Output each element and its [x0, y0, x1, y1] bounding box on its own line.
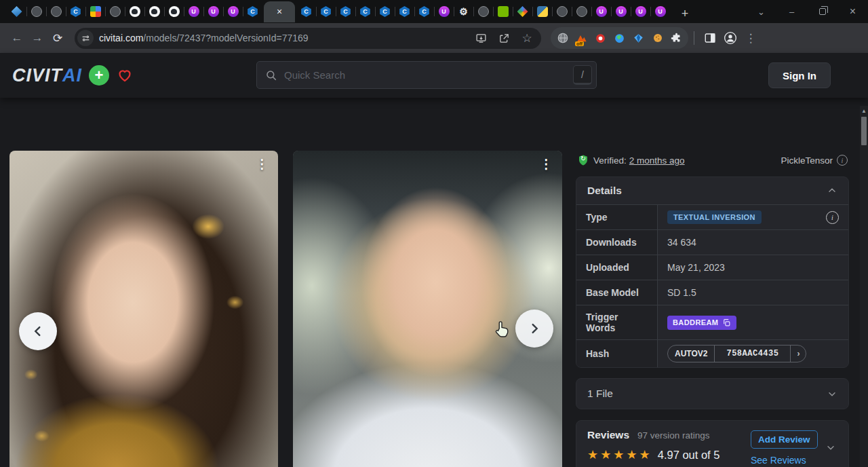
tab-ultra[interactable]: U — [203, 0, 223, 23]
tab-globe[interactable] — [26, 0, 46, 23]
site-info-icon[interactable] — [77, 30, 94, 46]
url-text[interactable]: civitai.com/models/72437?modelVersionId=… — [99, 33, 471, 43]
tab-diamond[interactable] — [513, 0, 532, 23]
tab-ultra[interactable]: U — [631, 0, 650, 23]
close-window-button[interactable]: × — [837, 0, 868, 23]
tab-ultra[interactable]: U — [223, 0, 243, 23]
extensions-puzzle-icon[interactable] — [670, 32, 683, 45]
verified-time-link[interactable]: 2 months ago — [629, 155, 685, 166]
current-image[interactable] — [293, 151, 562, 467]
model-sidebar: ↻ Verified: 2 months ago PickleTensor i … — [576, 151, 849, 467]
support-heart-icon[interactable] — [116, 67, 134, 83]
reload-button[interactable]: ⟳ — [47, 28, 68, 48]
minimize-button[interactable]: – — [776, 0, 807, 23]
tab-github[interactable] — [144, 0, 164, 23]
search-input[interactable] — [284, 69, 573, 81]
tab-civitai[interactable]: C — [395, 0, 414, 23]
window-menu-chevron-icon[interactable]: ⌄ — [746, 0, 776, 23]
browser-menu-kebab-icon[interactable]: ⋮ — [741, 28, 761, 48]
create-plus-button[interactable]: + — [89, 65, 109, 86]
tab-civitai[interactable]: C — [355, 0, 375, 23]
globe-extension-icon[interactable] — [556, 32, 569, 45]
carousel-next-button[interactable] — [515, 310, 553, 348]
see-reviews-link[interactable]: See Reviews — [751, 455, 806, 466]
trigger-word-badge[interactable]: BADDREAM — [667, 316, 736, 330]
file-format-info-icon[interactable]: i — [837, 155, 848, 166]
type-info-icon[interactable]: i — [826, 211, 839, 224]
logo-text-ai: AI — [62, 65, 82, 86]
cookie-extension-icon[interactable] — [651, 32, 664, 45]
image-menu-kebab-icon[interactable]: ⋮ — [536, 155, 557, 173]
gallery-card-current[interactable]: ⋮ + 9 23 i — [293, 151, 562, 467]
carousel-prev-button[interactable] — [19, 312, 57, 350]
active-tab[interactable]: × — [264, 1, 295, 22]
file-format-label: PickleTensor — [781, 155, 833, 166]
install-page-icon[interactable] — [471, 28, 491, 48]
previous-image[interactable] — [9, 151, 278, 467]
hash-pill[interactable]: AUTOV2 758AAC4435 › — [667, 345, 806, 362]
type-badge[interactable]: TEXTUAL INVERSION — [667, 210, 762, 224]
scrollbar-thumb[interactable] — [861, 117, 867, 145]
gear-favicon: ⚙ — [458, 6, 469, 17]
tab-nvidia[interactable] — [493, 0, 513, 23]
detail-label: Base Model — [576, 280, 658, 305]
blocker-off-extension-icon[interactable]: off — [575, 32, 588, 45]
sign-in-button[interactable]: Sign In — [768, 62, 831, 88]
forward-button[interactable]: → — [27, 28, 47, 48]
tab-civitai[interactable]: C — [375, 0, 395, 23]
detail-row-type: Type TEXTUAL INVERSION i — [576, 204, 848, 229]
files-panel-header[interactable]: 1 File — [576, 379, 848, 409]
tab-civitai[interactable]: C — [336, 0, 355, 23]
tab-github[interactable] — [125, 0, 144, 23]
tab-globe[interactable] — [572, 0, 591, 23]
rating-text: 4.97 out of 5 — [658, 449, 720, 462]
tab-ultra[interactable]: U — [591, 0, 611, 23]
tab-ultra[interactable]: U — [650, 0, 670, 23]
gallery-card-previous[interactable]: ⋮ + 3 6 i — [9, 151, 278, 467]
side-panel-icon[interactable] — [700, 28, 720, 48]
back-button[interactable]: ← — [7, 28, 27, 48]
tab-civitai[interactable]: C — [316, 0, 336, 23]
tab-ultra[interactable]: U — [611, 0, 631, 23]
page-scrollbar[interactable]: ▲ — [860, 106, 868, 467]
image-menu-kebab-icon[interactable]: ⋮ — [252, 155, 273, 173]
tab-civitai[interactable]: C — [414, 0, 434, 23]
new-tab-button[interactable]: + — [675, 4, 694, 23]
profile-avatar-icon[interactable] — [720, 28, 741, 48]
chevron-down-icon[interactable] — [825, 442, 836, 453]
restore-button[interactable] — [807, 0, 837, 23]
bookmark-star-icon[interactable]: ☆ — [517, 28, 537, 48]
tab-globe[interactable] — [473, 0, 493, 23]
scroll-up-arrow-icon[interactable]: ▲ — [860, 106, 868, 115]
gem-extension-icon[interactable] — [632, 32, 645, 45]
tab-ultra[interactable]: U — [434, 0, 454, 23]
tab-python[interactable] — [532, 0, 552, 23]
red-o-extension-icon[interactable] — [594, 32, 607, 45]
tab-github[interactable] — [164, 0, 184, 23]
tab-ultra[interactable]: U — [184, 0, 203, 23]
tab-gem[interactable] — [7, 0, 26, 23]
hash-value[interactable]: 758AAC4435 — [714, 345, 790, 362]
tab-globe[interactable] — [105, 0, 125, 23]
tab-civitai[interactable]: C — [66, 0, 85, 23]
tab-globe[interactable] — [46, 0, 66, 23]
globe-favicon — [576, 6, 587, 17]
address-bar[interactable]: civitai.com/models/72437?modelVersionId=… — [75, 28, 541, 49]
omnibox-actions: ☆ — [471, 28, 537, 48]
copy-icon — [722, 318, 731, 327]
share-icon[interactable] — [494, 28, 514, 48]
tab-civitai[interactable]: C — [296, 0, 316, 23]
tab-grid[interactable] — [85, 0, 105, 23]
github-favicon — [149, 6, 160, 17]
tab-close-icon[interactable]: × — [277, 7, 282, 16]
add-review-button[interactable]: Add Review — [751, 430, 818, 449]
earth-extension-icon[interactable] — [613, 32, 626, 45]
window-controls: ⌄ – × — [746, 0, 868, 23]
tab-gear[interactable]: ⚙ — [454, 0, 473, 23]
quick-search-bar[interactable]: / — [256, 61, 597, 89]
tab-globe[interactable] — [552, 0, 572, 23]
civitai-logo[interactable]: CIVITAI — [12, 65, 82, 86]
hash-expand-chevron-icon[interactable]: › — [790, 345, 806, 362]
details-panel-header[interactable]: Details — [576, 177, 848, 204]
tab-civitai[interactable]: C — [243, 0, 262, 23]
